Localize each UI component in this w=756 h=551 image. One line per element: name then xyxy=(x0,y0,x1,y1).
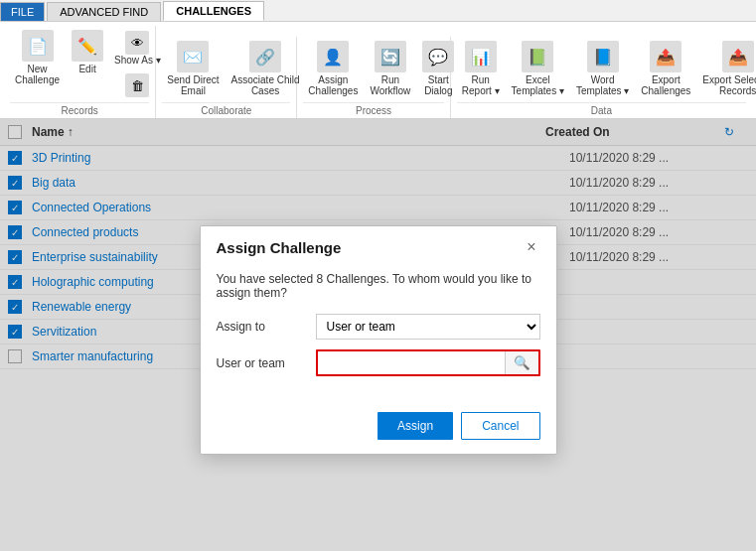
ribbon-group-process: 👤 AssignChallenges 🔄 RunWorkflow 💬 Start… xyxy=(297,37,450,118)
process-group-label: Process xyxy=(303,102,443,116)
modal-overlay: Assign Challenge × You have selected 8 C… xyxy=(0,119,756,551)
export-challenges-label: ExportChallenges xyxy=(641,74,690,96)
assign-to-select[interactable]: User or team xyxy=(316,314,540,340)
user-or-team-value: 🔍 xyxy=(316,349,540,376)
tab-file[interactable]: FILE xyxy=(0,2,45,21)
associate-child-cases-icon: 🔗 xyxy=(249,41,281,72)
edit-icon: ✏️ xyxy=(72,30,103,62)
assign-to-field: Assign to User or team xyxy=(217,314,540,340)
word-templates-label: WordTemplates ▾ xyxy=(576,74,629,96)
ribbon-group-records: 📄 NewChallenge ✏️ Edit 👁 Show As ▾ 🗑 Rec… xyxy=(4,26,156,118)
assign-challenge-modal: Assign Challenge × You have selected 8 C… xyxy=(200,225,557,455)
excel-templates-label: ExcelTemplates ▾ xyxy=(512,74,564,96)
send-direct-email-label: Send DirectEmail xyxy=(167,74,219,96)
start-dialog-icon: 💬 xyxy=(422,41,454,72)
word-templates-icon: 📘 xyxy=(587,41,619,72)
run-workflow-label: RunWorkflow xyxy=(370,74,410,96)
start-dialog-label: StartDialog xyxy=(424,74,452,96)
edit-button[interactable]: ✏️ Edit xyxy=(67,26,108,78)
run-report-button[interactable]: 📊 RunReport ▾ xyxy=(457,37,505,100)
ribbon-group-collaborate: ✉️ Send DirectEmail 🔗 Associate ChildCas… xyxy=(156,37,297,118)
export-challenges-icon: 📤 xyxy=(650,41,681,72)
associate-child-cases-button[interactable]: 🔗 Associate ChildCases xyxy=(227,37,305,100)
show-as-label: Show As ▾ xyxy=(114,55,161,66)
assign-challenges-icon: 👤 xyxy=(317,41,349,72)
cancel-button[interactable]: Cancel xyxy=(461,412,539,440)
process-buttons: 👤 AssignChallenges 🔄 RunWorkflow 💬 Start… xyxy=(303,37,459,100)
tab-advanced-find[interactable]: ADVANCED FIND xyxy=(47,2,161,21)
modal-title: Assign Challenge xyxy=(217,239,342,256)
run-workflow-button[interactable]: 🔄 RunWorkflow xyxy=(365,37,415,100)
user-or-team-field: User or team 🔍 xyxy=(217,349,540,376)
data-buttons: 📊 RunReport ▾ 📗 ExcelTemplates ▾ 📘 WordT… xyxy=(457,37,756,100)
search-icon: 🔍 xyxy=(514,355,530,370)
data-group-label: Data xyxy=(457,102,746,116)
export-selected-label: Export SelectedRecords xyxy=(702,74,756,96)
new-challenge-label: NewChallenge xyxy=(15,64,60,85)
new-challenge-button[interactable]: 📄 NewChallenge xyxy=(10,26,65,89)
search-wrap: 🔍 xyxy=(316,349,540,376)
associate-child-cases-label: Associate ChildCases xyxy=(231,74,300,96)
assign-to-label: Assign to xyxy=(217,320,316,334)
assign-to-value: User or team xyxy=(316,314,540,340)
run-report-icon: 📊 xyxy=(465,41,497,72)
export-selected-icon: 📤 xyxy=(722,41,754,72)
user-or-team-search-button[interactable]: 🔍 xyxy=(505,351,538,374)
export-selected-button[interactable]: 📤 Export SelectedRecords xyxy=(697,37,756,100)
records-group-label: Records xyxy=(10,102,149,116)
modal-footer: Assign Cancel xyxy=(201,402,556,454)
export-challenges-button[interactable]: 📤 ExportChallenges xyxy=(636,37,695,100)
modal-description: You have selected 8 Challenges. To whom … xyxy=(217,272,540,300)
modal-header: Assign Challenge × xyxy=(201,226,556,264)
send-direct-email-icon: ✉️ xyxy=(177,41,209,72)
assign-challenges-label: AssignChallenges xyxy=(308,74,358,96)
user-or-team-label: User or team xyxy=(217,356,316,370)
modal-close-button[interactable]: × xyxy=(523,238,539,256)
run-workflow-icon: 🔄 xyxy=(375,41,406,72)
collaborate-group-label: Collaborate xyxy=(162,102,290,116)
ribbon-group-data: 📊 RunReport ▾ 📗 ExcelTemplates ▾ 📘 WordT… xyxy=(451,37,752,118)
word-templates-button[interactable]: 📘 WordTemplates ▾ xyxy=(571,37,634,100)
list-area: Name ↑ Created On ↻ ✓3D Printing10/11/20… xyxy=(0,119,756,551)
records-extra-icon: 🗑 xyxy=(125,73,149,97)
send-direct-email-button[interactable]: ✉️ Send DirectEmail xyxy=(162,37,224,100)
tab-challenges[interactable]: CHALLENGES xyxy=(163,1,264,21)
records-buttons: 📄 NewChallenge ✏️ Edit 👁 Show As ▾ 🗑 xyxy=(10,26,165,100)
tab-bar: FILE ADVANCED FIND CHALLENGES xyxy=(0,0,756,22)
assign-button[interactable]: Assign xyxy=(378,412,453,440)
collaborate-buttons: ✉️ Send DirectEmail 🔗 Associate ChildCas… xyxy=(162,37,304,100)
assign-challenges-button[interactable]: 👤 AssignChallenges xyxy=(303,37,363,100)
modal-body: You have selected 8 Challenges. To whom … xyxy=(201,264,556,402)
show-as-icon: 👁 xyxy=(125,31,149,55)
edit-label: Edit xyxy=(78,64,95,74)
run-report-label: RunReport ▾ xyxy=(462,74,500,96)
excel-templates-button[interactable]: 📗 ExcelTemplates ▾ xyxy=(507,37,569,100)
user-or-team-input[interactable] xyxy=(318,351,505,374)
ribbon: 📄 NewChallenge ✏️ Edit 👁 Show As ▾ 🗑 Rec… xyxy=(0,22,756,119)
new-challenge-icon: 📄 xyxy=(22,30,54,62)
excel-templates-icon: 📗 xyxy=(522,41,553,72)
